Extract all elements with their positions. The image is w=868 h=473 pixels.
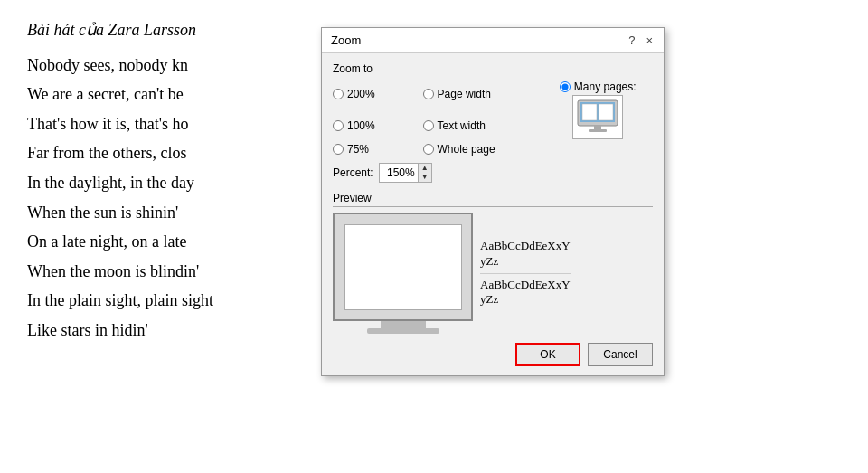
preview-monitor (333, 213, 473, 321)
percent-row: Percent: ▲ ▼ (333, 163, 653, 183)
svg-rect-4 (599, 104, 613, 120)
radio-textwidth-input[interactable] (423, 120, 434, 131)
preview-monitor-base (367, 328, 439, 334)
percent-input[interactable] (380, 166, 418, 180)
radio-pagewidth-input[interactable] (423, 89, 434, 99)
preview-text-bottom: AaBbCcDdEeXxYyZz (480, 273, 571, 308)
titlebar-controls: ? × (627, 33, 655, 47)
preview-monitor-container (333, 213, 473, 334)
preview-screen (344, 224, 462, 310)
radio-textwidth[interactable]: Text width (423, 119, 529, 132)
svg-rect-5 (594, 126, 601, 129)
dialog-buttons: OK Cancel (333, 343, 653, 366)
preview-label: Preview (333, 192, 653, 207)
svg-rect-3 (582, 104, 597, 120)
monitor-icon-area[interactable] (572, 95, 623, 139)
spinner-down[interactable]: ▼ (419, 173, 431, 182)
radio-75-input[interactable] (333, 144, 344, 155)
radio-wholepage-input[interactable] (423, 144, 434, 155)
preview-text-top: AaBbCcDdEeXxYyZz (480, 239, 571, 270)
radio-wholepage[interactable]: Whole page (423, 143, 529, 156)
percent-input-wrapper[interactable]: ▲ ▼ (379, 163, 432, 183)
zoom-to-label: Zoom to (333, 62, 653, 75)
radio-75-label[interactable]: 75% (347, 143, 369, 156)
radio-pagewidth[interactable]: Page width (423, 88, 529, 100)
close-button[interactable]: × (644, 33, 655, 47)
monitor-icon (576, 99, 619, 133)
zoom-options-grid: 200% Page width Many pages: (333, 80, 653, 156)
percent-label: Percent: (333, 166, 373, 179)
radio-200-input[interactable] (333, 89, 344, 99)
ok-button[interactable]: OK (515, 343, 580, 366)
spinner-up[interactable]: ▲ (419, 164, 431, 173)
radio-manypages[interactable]: Many pages: (560, 80, 637, 93)
many-pages-area: Many pages: (542, 80, 653, 139)
radio-100[interactable]: 100% (333, 119, 409, 132)
radio-pagewidth-label[interactable]: Page width (438, 88, 491, 100)
dialog-titlebar: Zoom ? × (322, 28, 664, 53)
radio-textwidth-label[interactable]: Text width (438, 119, 486, 132)
preview-monitor-stand (381, 321, 426, 328)
preview-text-area: AaBbCcDdEeXxYyZz AaBbCcDdEeXxYyZz (480, 213, 571, 334)
radio-manypages-label[interactable]: Many pages: (574, 80, 637, 93)
radio-200[interactable]: 200% (333, 88, 409, 100)
cancel-button[interactable]: Cancel (588, 343, 653, 366)
radio-100-label[interactable]: 100% (347, 119, 375, 132)
zoom-dialog: Zoom ? × Zoom to 200% Page width Ma (321, 27, 665, 376)
dialog-body: Zoom to 200% Page width Many pages: (322, 53, 664, 375)
help-button[interactable]: ? (627, 33, 637, 47)
radio-wholepage-label[interactable]: Whole page (438, 143, 495, 156)
radio-75[interactable]: 75% (333, 143, 409, 156)
radio-100-input[interactable] (333, 120, 344, 131)
preview-area: AaBbCcDdEeXxYyZz AaBbCcDdEeXxYyZz (333, 213, 653, 334)
radio-manypages-input[interactable] (560, 81, 571, 92)
svg-rect-6 (589, 129, 607, 132)
radio-200-label[interactable]: 200% (347, 88, 375, 100)
dialog-title: Zoom (331, 33, 361, 47)
spinner-buttons: ▲ ▼ (418, 164, 431, 182)
